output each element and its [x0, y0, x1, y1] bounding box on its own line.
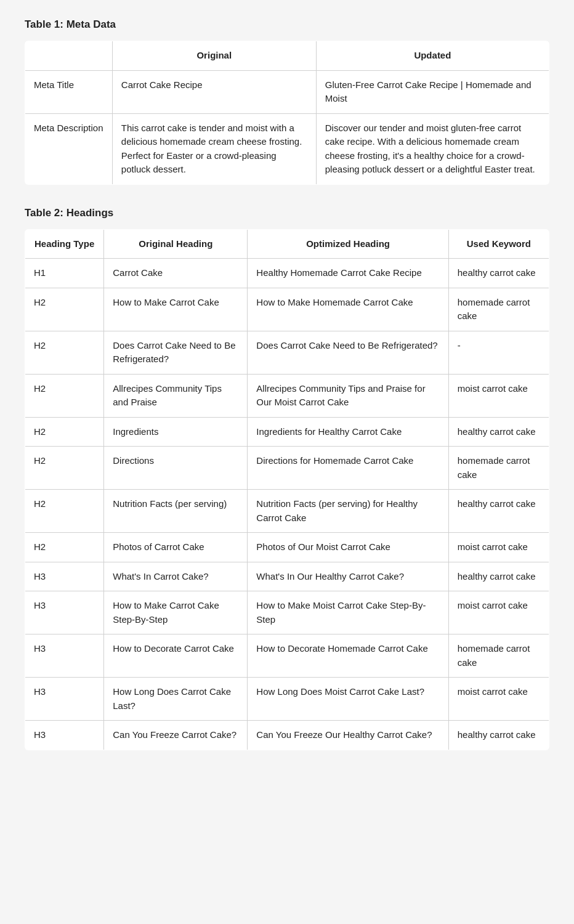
- heading-keyword: moist carrot cake: [448, 374, 549, 417]
- meta-label: Meta Description: [25, 113, 113, 184]
- heading-type: H3: [25, 562, 104, 591]
- table1-title: Table 1: Meta Data: [25, 18, 549, 31]
- table2-section: Table 2: Headings Heading Type Original …: [25, 207, 549, 750]
- heading-type: H3: [25, 721, 104, 750]
- table2-header-original: Original Heading: [104, 229, 248, 259]
- table1-section: Table 1: Meta Data Original Updated Meta…: [25, 18, 549, 185]
- heading-keyword: healthy carrot cake: [448, 721, 549, 750]
- table-row: H2Allrecipes Community Tips and PraiseAl…: [25, 374, 549, 417]
- heading-original: How to Make Carrot Cake Step-By-Step: [104, 591, 248, 634]
- heading-keyword: moist carrot cake: [448, 591, 549, 634]
- heading-optimized: Directions for Homemade Carrot Cake: [248, 447, 448, 490]
- table-row: H3How Long Does Carrot Cake Last?How Lon…: [25, 678, 549, 721]
- heading-keyword: healthy carrot cake: [448, 562, 549, 591]
- meta-updated: Discover our tender and moist gluten-fre…: [316, 113, 549, 184]
- table-row: H3Can You Freeze Carrot Cake?Can You Fre…: [25, 721, 549, 750]
- heading-type: H3: [25, 678, 104, 721]
- heading-original: Ingredients: [104, 417, 248, 447]
- heading-optimized: What's In Our Healthy Carrot Cake?: [248, 562, 448, 591]
- heading-optimized: How Long Does Moist Carrot Cake Last?: [248, 678, 448, 721]
- table-row: H2How to Make Carrot CakeHow to Make Hom…: [25, 288, 549, 331]
- heading-keyword: homemade carrot cake: [448, 288, 549, 331]
- heading-keyword: healthy carrot cake: [448, 259, 549, 288]
- table-row: H1Carrot CakeHealthy Homemade Carrot Cak…: [25, 259, 549, 288]
- meta-original: Carrot Cake Recipe: [112, 70, 316, 113]
- heading-type: H2: [25, 331, 104, 374]
- table-row: H2Photos of Carrot CakePhotos of Our Moi…: [25, 533, 549, 562]
- heading-original: Can You Freeze Carrot Cake?: [104, 721, 248, 750]
- heading-original: Allrecipes Community Tips and Praise: [104, 374, 248, 417]
- heading-optimized: Can You Freeze Our Healthy Carrot Cake?: [248, 721, 448, 750]
- heading-type: H2: [25, 533, 104, 562]
- heading-type: H2: [25, 490, 104, 533]
- heading-original: Photos of Carrot Cake: [104, 533, 248, 562]
- table-row: Meta TitleCarrot Cake RecipeGluten-Free …: [25, 70, 549, 113]
- heading-optimized: Healthy Homemade Carrot Cake Recipe: [248, 259, 448, 288]
- heading-optimized: Allrecipes Community Tips and Praise for…: [248, 374, 448, 417]
- heading-type: H3: [25, 634, 104, 678]
- heading-optimized: How to Make Homemade Carrot Cake: [248, 288, 448, 331]
- heading-original: How Long Does Carrot Cake Last?: [104, 678, 248, 721]
- heading-type: H2: [25, 288, 104, 331]
- heading-original: What's In Carrot Cake?: [104, 562, 248, 591]
- table1-header-label: [25, 41, 113, 71]
- table-row: H2IngredientsIngredients for Healthy Car…: [25, 417, 549, 447]
- table-row: H2DirectionsDirections for Homemade Carr…: [25, 447, 549, 490]
- table1: Original Updated Meta TitleCarrot Cake R…: [25, 41, 549, 185]
- heading-keyword: moist carrot cake: [448, 678, 549, 721]
- heading-original: How to Decorate Carrot Cake: [104, 634, 248, 678]
- heading-optimized: Nutrition Facts (per serving) for Health…: [248, 490, 448, 533]
- meta-updated: Gluten-Free Carrot Cake Recipe | Homemad…: [316, 70, 549, 113]
- table-row: H3What's In Carrot Cake?What's In Our He…: [25, 562, 549, 591]
- table2-header-keyword: Used Keyword: [448, 229, 549, 259]
- heading-type: H2: [25, 417, 104, 447]
- heading-optimized: How to Decorate Homemade Carrot Cake: [248, 634, 448, 678]
- table2-title: Table 2: Headings: [25, 207, 549, 219]
- heading-optimized: Ingredients for Healthy Carrot Cake: [248, 417, 448, 447]
- heading-original: Nutrition Facts (per serving): [104, 490, 248, 533]
- heading-optimized: Does Carrot Cake Need to Be Refrigerated…: [248, 331, 448, 374]
- table-row: Meta DescriptionThis carrot cake is tend…: [25, 113, 549, 184]
- table-row: H2Nutrition Facts (per serving)Nutrition…: [25, 490, 549, 533]
- meta-original: This carrot cake is tender and moist wit…: [112, 113, 316, 184]
- table2-header-optimized: Optimized Heading: [248, 229, 448, 259]
- heading-optimized: Photos of Our Moist Carrot Cake: [248, 533, 448, 562]
- meta-label: Meta Title: [25, 70, 113, 113]
- heading-keyword: moist carrot cake: [448, 533, 549, 562]
- table2-header-type: Heading Type: [25, 229, 104, 259]
- heading-original: Does Carrot Cake Need to Be Refrigerated…: [104, 331, 248, 374]
- heading-keyword: healthy carrot cake: [448, 490, 549, 533]
- table2-header-row: Heading Type Original Heading Optimized …: [25, 229, 549, 259]
- heading-type: H1: [25, 259, 104, 288]
- heading-original: Directions: [104, 447, 248, 490]
- table1-header-updated: Updated: [316, 41, 549, 71]
- heading-type: H2: [25, 447, 104, 490]
- table-row: H3How to Decorate Carrot CakeHow to Deco…: [25, 634, 549, 678]
- table1-header-original: Original: [112, 41, 316, 71]
- heading-keyword: -: [448, 331, 549, 374]
- table2: Heading Type Original Heading Optimized …: [25, 229, 549, 750]
- heading-type: H2: [25, 374, 104, 417]
- table-row: H3How to Make Carrot Cake Step-By-StepHo…: [25, 591, 549, 634]
- table-row: H2Does Carrot Cake Need to Be Refrigerat…: [25, 331, 549, 374]
- heading-original: Carrot Cake: [104, 259, 248, 288]
- heading-original: How to Make Carrot Cake: [104, 288, 248, 331]
- heading-optimized: How to Make Moist Carrot Cake Step-By-St…: [248, 591, 448, 634]
- table1-header-row: Original Updated: [25, 41, 549, 71]
- heading-keyword: healthy carrot cake: [448, 417, 549, 447]
- heading-keyword: homemade carrot cake: [448, 634, 549, 678]
- heading-type: H3: [25, 591, 104, 634]
- heading-keyword: homemade carrot cake: [448, 447, 549, 490]
